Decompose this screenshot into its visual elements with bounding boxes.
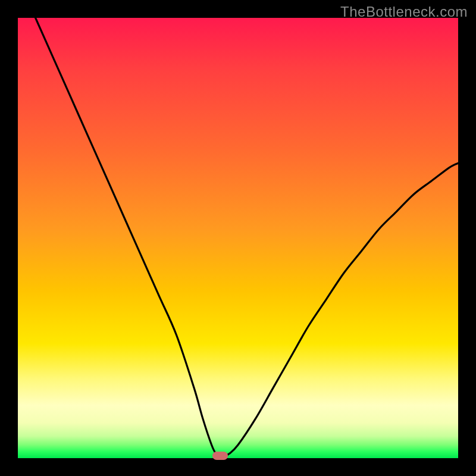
bottleneck-curve bbox=[18, 18, 458, 458]
plot-area bbox=[18, 18, 458, 458]
min-marker bbox=[212, 452, 228, 460]
chart-frame: TheBottleneck.com bbox=[0, 0, 476, 476]
watermark-text: TheBottleneck.com bbox=[340, 4, 468, 20]
